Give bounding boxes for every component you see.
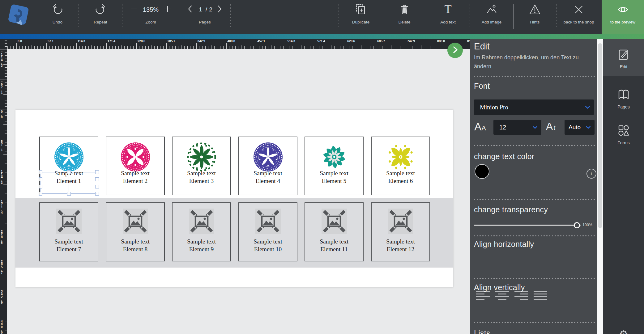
align-justify-button[interactable] [534,291,547,300]
canvas-element-5[interactable]: Sample textElement 5 [305,137,364,195]
element-text[interactable]: Sample textElement 12 [372,238,429,253]
toolbar-separator [230,4,231,29]
canvas-element-11[interactable]: Sample textElement 11 [305,202,364,261]
element-text[interactable]: Sample textElement 8 [106,238,164,253]
prev-page-button[interactable] [187,5,194,15]
divider [474,322,595,323]
selection-handle[interactable] [95,177,99,181]
app-logo[interactable] [7,4,30,31]
canvas-element-8[interactable]: Sample textElement 8 [106,202,165,261]
toolbar-separator [470,4,470,29]
gradient-strip [0,34,644,39]
sidebar-item-forms[interactable]: Forms [603,124,644,145]
divider [474,199,595,200]
pages-icon [617,88,630,103]
undo-button[interactable]: Undo [42,0,73,34]
zoom-in-button[interactable] [163,4,172,15]
image-placeholder-icon[interactable] [123,209,148,235]
collapse-panel-button[interactable] [447,43,463,58]
canvas-element-2[interactable]: Sample textElement 2 [106,137,165,195]
settings-gear-icon[interactable]: ⚙ [603,328,644,334]
panel-scrollbar [597,39,603,334]
selection-handle[interactable] [39,185,42,188]
line-spacing-select[interactable]: Auto [565,120,595,135]
design-editor-app: Sample textElement 1 Sample textElement … [0,0,644,334]
canvas-element-3[interactable]: Sample textElement 3 [172,137,231,195]
ruler-label: 400.0 [228,39,235,43]
ornament-graphic[interactable] [319,142,349,173]
canvas-element-12[interactable]: Sample textElement 12 [371,202,430,261]
element-text[interactable]: Sample textElement 11 [305,238,363,253]
sidebar-item-edit[interactable]: Edit [603,48,644,69]
image-placeholder-icon[interactable] [388,209,413,235]
font-size-value: 12 [493,124,533,131]
element-text[interactable]: Sample textElement 3 [173,169,230,185]
selection-handle[interactable] [95,192,99,196]
repeat-button[interactable]: Repeat [85,0,116,34]
element-text[interactable]: Sample textElement 4 [239,169,297,185]
canvas-element-7[interactable]: Sample textElement 7 [39,202,98,261]
image-placeholder-icon[interactable] [189,209,214,235]
text-icon: T [441,0,454,19]
ornament-graphic[interactable] [54,142,84,173]
selection-handle[interactable] [67,192,71,196]
ornament-graphic[interactable] [386,142,416,173]
transparency-slider-knob[interactable] [574,222,580,228]
info-icon[interactable]: i [586,169,596,179]
canvas-element-10[interactable]: Sample textElement 10 [238,202,297,261]
align-right-button[interactable] [514,291,528,300]
back-to-shop-button[interactable]: back to the shop [557,0,600,34]
canvas-element-1[interactable]: Sample textElement 1 [39,137,98,195]
selection-handle[interactable] [95,170,99,174]
zoom-out-button[interactable] [129,4,139,15]
element-text[interactable]: Sample textElement 9 [173,238,230,253]
element-text[interactable]: Sample textElement 2 [106,169,164,185]
canvas-element-6[interactable]: Sample textElement 6 [371,137,430,195]
element-text[interactable]: Sample textElement 6 [372,169,429,185]
text-color-swatch[interactable] [475,164,489,179]
add-image-button[interactable]: Add image [471,0,512,34]
image-placeholder-icon[interactable] [56,209,82,235]
ornament-graphic[interactable] [187,142,216,173]
zoom-value: 135% [143,6,159,13]
canvas-element-4[interactable]: Sample textElement 4 [238,137,297,195]
add-text-button[interactable]: T Add text [428,0,468,34]
align-center-button[interactable] [495,291,509,300]
ornament-graphic[interactable] [253,142,283,173]
element-text[interactable]: Sample textElement 5 [305,169,363,185]
edit-icon [617,48,630,62]
font-family-select[interactable]: Minion Pro [474,99,594,115]
forms-icon [617,124,630,138]
font-size-select[interactable]: 12 [493,120,541,135]
align-left-button[interactable] [476,291,490,300]
delete-button[interactable]: Delete [384,0,424,34]
vertical-ruler: –114.3–57.10.057.1114.3171.4228.6285.734… [0,39,7,334]
svg-text:T: T [444,3,451,15]
align-h-title: Align horizontally [474,240,534,249]
sidebar-item-pages[interactable]: Pages [603,88,644,109]
hints-button[interactable]: Hints [515,0,555,34]
transparency-slider-track[interactable] [474,225,581,226]
selection-handle[interactable] [67,170,71,174]
image-placeholder-icon[interactable] [322,209,347,235]
image-placeholder-icon[interactable] [255,209,281,235]
selection-handle[interactable] [95,185,99,188]
line-spacing-value: Auto [565,124,586,131]
duplicate-button[interactable]: Duplicate [341,0,381,34]
toolbar-separator [79,4,79,29]
selection-handle[interactable] [39,177,42,181]
ruler-label: 342.9 [1,290,3,304]
ornament-graphic[interactable] [121,142,150,173]
canvas-element-9[interactable]: Sample textElement 9 [172,202,231,261]
ruler-label: –57.1 [1,80,3,94]
next-page-button[interactable] [216,5,223,15]
selection-handle[interactable] [39,170,42,174]
element-text[interactable]: Sample textElement 7 [40,238,98,253]
current-page-input[interactable]: 1 [197,6,204,13]
to-preview-button[interactable]: to the preview [602,0,644,34]
toolbar-separator [426,4,426,29]
selection-handle[interactable] [39,192,42,196]
scrollbar-thumb[interactable] [598,43,602,228]
chevron-down-icon [586,126,591,129]
element-text[interactable]: Sample textElement 10 [239,238,297,253]
